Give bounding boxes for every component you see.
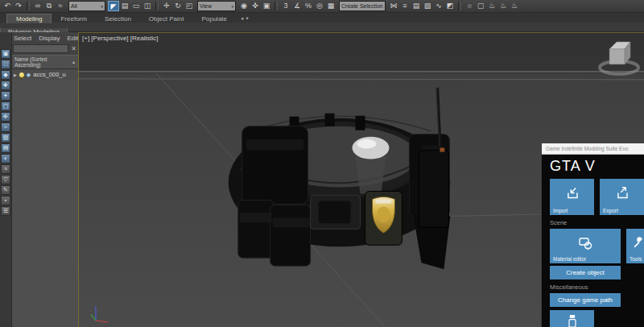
change-game-path-button[interactable]: Change game path	[550, 293, 621, 307]
toolbar-separator	[155, 2, 159, 10]
unlink-selection-icon[interactable]: ⧉	[43, 1, 55, 11]
select-object-icon[interactable]: ◤	[108, 1, 119, 11]
rectangular-selection-region-icon[interactable]: ▭	[130, 1, 142, 11]
import-icon	[565, 186, 579, 200]
render-iterative-icon[interactable]: ♨	[497, 1, 509, 11]
expand-arrow-icon[interactable]: ▶	[14, 72, 17, 77]
named-selection-sets-dropdown[interactable]: Create Selection Set▾	[339, 1, 386, 11]
ribbon-overflow-icon[interactable]: ● ▾	[241, 15, 249, 23]
explorer-column-header[interactable]: Name (Sorted Ascending) ▲	[12, 55, 78, 69]
bottom-partial-tile-button[interactable]	[550, 310, 594, 327]
object-node-label[interactable]: accs_000_u	[33, 71, 65, 78]
explorer-tab[interactable]: Select	[14, 35, 31, 42]
display-geometry-icon[interactable]: ◆	[1, 70, 10, 80]
spinner-snap-icon[interactable]: ◎	[314, 1, 325, 11]
lock-icon[interactable]: ▪	[1, 196, 10, 205]
belt-model[interactable]	[229, 88, 451, 269]
explorer-tabs: SelectDisplayEdit	[12, 32, 78, 43]
explorer-search-input[interactable]	[13, 44, 68, 53]
toolbar-separator	[275, 2, 278, 10]
percent-snap-icon[interactable]: %	[303, 1, 314, 11]
bind-to-space-warp-icon[interactable]: ≈	[55, 1, 66, 11]
import-button[interactable]: Import	[550, 179, 594, 215]
scene-section-label: Scene	[550, 219, 644, 226]
sort-ascending-icon: ▲	[72, 60, 76, 64]
render-production-icon[interactable]: ♨	[486, 1, 497, 11]
display-helpers-icon[interactable]: ✜	[1, 112, 10, 122]
display-lights-icon[interactable]: ✦	[1, 91, 10, 101]
sort-icon[interactable]: ≡	[1, 164, 10, 174]
undo-icon[interactable]: ↶	[2, 1, 13, 11]
selection-filter-dropdown[interactable]: All▾	[68, 1, 105, 11]
ribbon-subtab-row: Polygon Modeling	[0, 23, 644, 32]
ribbon-tab[interactable]: Populate	[192, 14, 236, 23]
toolbar-separator	[27, 2, 30, 10]
edit-named-selection-sets-icon[interactable]: ▦	[325, 1, 336, 11]
display-xrefs-icon[interactable]: ▤	[1, 143, 10, 153]
display-groups-icon[interactable]: ▧	[1, 133, 10, 143]
tools-button[interactable]: Tools	[626, 229, 644, 263]
redo-icon[interactable]: ↷	[13, 1, 24, 11]
explorer-display-strip: ▣□◆✚✦▢✜≈▧▤◐≡▽✎▪☰	[0, 32, 12, 327]
explorer-tab[interactable]: Display	[39, 35, 60, 42]
ribbon-tab[interactable]: Object Paint	[140, 14, 193, 23]
gims-panel: Game Indefinite Modding Suite Evo GTA V …	[541, 143, 644, 327]
ribbon-tab[interactable]: Selection	[96, 14, 140, 23]
gims-title-bar[interactable]: Game Indefinite Modding Suite Evo	[542, 143, 644, 155]
main-toolbar: ↶↷ ∞⧉≈ All▾ ◤▤▭◫ ✛↻◰ View▾ ◉✜▣ 3∡%◎ ▦ Cr…	[0, 0, 644, 13]
snap-toggle-3d-icon[interactable]: 3	[280, 1, 291, 11]
layer-manager-icon[interactable]: ▤	[411, 1, 422, 11]
filter-icon[interactable]: ▽	[1, 175, 10, 184]
miscellaneous-section-label: Miscellaneous	[550, 284, 644, 291]
tools-icon	[632, 236, 644, 249]
window-crossing-icon[interactable]: ◫	[142, 1, 153, 11]
select-and-manipulate-icon[interactable]: ✜	[250, 1, 261, 11]
world-axis-tripod	[91, 306, 108, 322]
view-cube[interactable]	[600, 42, 638, 74]
object-node-icon: ◆	[27, 72, 31, 78]
toolbar-separator	[458, 2, 461, 10]
scene-explorer: ▣□◆✚✦▢✜≈▧▤◐≡▽✎▪☰ SelectDisplayEdit ✕ Nam…	[0, 32, 78, 327]
ribbon-tab-bar: ModelingFreeformSelectionObject PaintPop…	[0, 13, 644, 23]
select-and-link-icon[interactable]: ∞	[32, 1, 43, 11]
align-icon[interactable]: ≡	[399, 1, 411, 11]
visibility-bulb-icon[interactable]	[19, 72, 24, 77]
explorer-tab[interactable]: Edit	[67, 35, 78, 42]
use-pivot-point-icon[interactable]: ◉	[238, 1, 250, 11]
graphite-ribbon-icon[interactable]: ▧	[422, 1, 433, 11]
material-editor-icon	[577, 235, 593, 251]
archive-icon	[566, 313, 579, 327]
display-spacewarps-icon[interactable]: ≈	[1, 122, 10, 132]
select-and-scale-icon[interactable]: ◰	[184, 1, 195, 11]
explorer-list-body[interactable]	[12, 80, 78, 327]
schematic-view-icon[interactable]: ◩	[444, 1, 456, 11]
display-shapes-icon[interactable]: ✚	[1, 81, 10, 90]
render-preview-icon[interactable]: ♨	[509, 1, 520, 11]
pick-icon[interactable]: ✎	[1, 185, 10, 195]
mirror-icon[interactable]: ⋈	[388, 1, 399, 11]
display-none-icon[interactable]: □	[1, 60, 10, 69]
angle-snap-icon[interactable]: ∡	[291, 1, 303, 11]
render-setup-icon[interactable]: ☼	[464, 1, 475, 11]
select-and-move-icon[interactable]: ✛	[161, 1, 172, 11]
explorer-node-row[interactable]: ▶ ◆ accs_000_u	[12, 69, 78, 80]
chevron-down-icon: ▾	[101, 4, 103, 9]
gims-heading: GTA V	[550, 158, 644, 175]
curve-editor-icon[interactable]: ∿	[433, 1, 444, 11]
display-all-icon[interactable]: ▣	[1, 49, 10, 59]
create-object-button[interactable]: Create object	[550, 266, 621, 279]
select-by-name-icon[interactable]: ▤	[119, 1, 130, 11]
viewport-label[interactable]: [+] [Perspective] [Realistic]	[82, 35, 158, 42]
display-cameras-icon[interactable]: ▢	[1, 101, 10, 111]
display-materials-icon[interactable]: ◐	[1, 154, 10, 164]
reference-coordinate-dropdown[interactable]: View▾	[197, 1, 236, 11]
export-icon	[615, 186, 629, 200]
export-button[interactable]: Export	[600, 179, 644, 215]
keyboard-override-icon[interactable]: ▣	[261, 1, 272, 11]
chevron-down-icon: ▾	[231, 4, 233, 9]
select-and-rotate-icon[interactable]: ↻	[172, 1, 184, 11]
settings-icon[interactable]: ☰	[1, 206, 10, 216]
material-editor-button[interactable]: Material editor	[550, 229, 621, 263]
clear-search-icon[interactable]: ✕	[71, 46, 76, 52]
rendered-frame-window-icon[interactable]: ▢	[475, 1, 486, 11]
